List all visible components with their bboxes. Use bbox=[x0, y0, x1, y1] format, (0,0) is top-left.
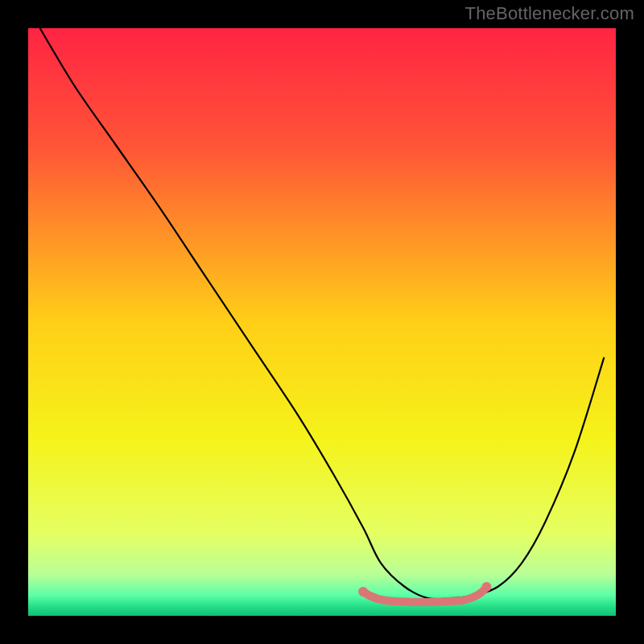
chart-frame: TheBottlenecker.com bbox=[0, 0, 644, 644]
watermark-text: TheBottlenecker.com bbox=[465, 3, 634, 24]
floor-dot-left bbox=[358, 587, 368, 597]
plot-background bbox=[28, 28, 616, 616]
plot-svg bbox=[28, 28, 616, 616]
plot-area bbox=[28, 28, 616, 616]
floor-dot-right bbox=[481, 582, 491, 592]
